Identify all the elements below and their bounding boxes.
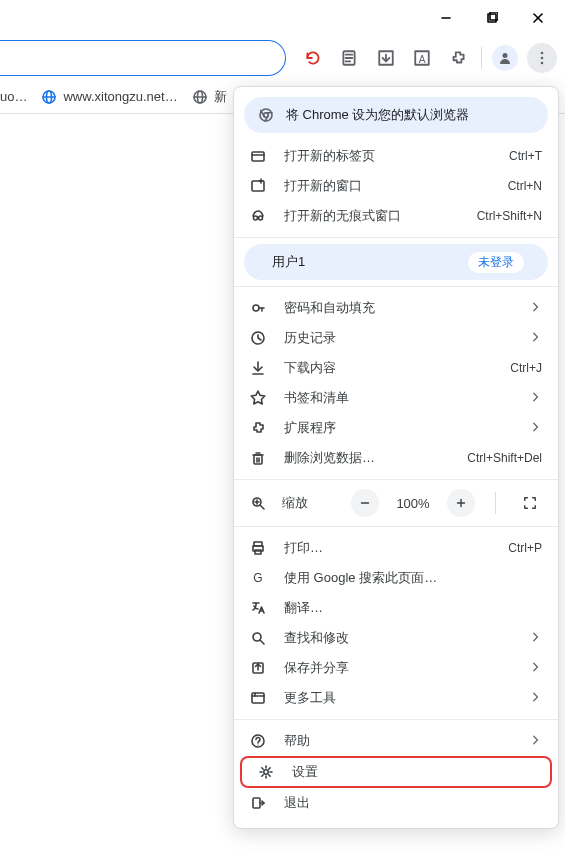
zoom-value: 100% — [393, 496, 433, 511]
menu-item-passwords[interactable]: 密码和自动填充 — [234, 293, 558, 323]
bookmark-item[interactable]: uo… — [0, 89, 27, 104]
reload-button[interactable] — [296, 40, 330, 76]
browser-toolbar — [0, 36, 565, 80]
incognito-icon — [248, 208, 268, 224]
zoom-separator — [495, 492, 496, 514]
chevron-right-icon — [530, 421, 542, 436]
menu-item-new-window[interactable]: 打开新的窗口 Ctrl+N — [234, 171, 558, 201]
history-icon — [248, 330, 268, 346]
default-browser-banner[interactable]: 将 Chrome 设为您的默认浏览器 — [244, 97, 548, 133]
menu-item-history[interactable]: 历史记录 — [234, 323, 558, 353]
menu-item-zoom: 缩放 100% — [234, 486, 558, 520]
window-minimize-button[interactable] — [423, 2, 469, 34]
window-icon — [248, 178, 268, 194]
menu-divider — [234, 237, 558, 238]
menu-item-extensions[interactable]: 扩展程序 — [234, 413, 558, 443]
zoom-icon — [248, 495, 268, 511]
chrome-menu-button[interactable] — [525, 40, 559, 76]
chevron-right-icon — [530, 631, 542, 646]
menu-item-google-search[interactable]: 使用 Google 搜索此页面… — [234, 563, 558, 593]
menu-item-translate[interactable]: 翻译… — [234, 593, 558, 623]
fullscreen-button[interactable] — [516, 489, 544, 517]
menu-item-exit[interactable]: 退出 — [234, 788, 558, 818]
menu-item-downloads[interactable]: 下载内容 Ctrl+J — [234, 353, 558, 383]
extension-icon — [248, 420, 268, 436]
google-icon — [248, 570, 268, 586]
menu-item-print[interactable]: 打印… Ctrl+P — [234, 533, 558, 563]
window-maximize-button[interactable] — [469, 2, 515, 34]
menu-divider — [234, 526, 558, 527]
menu-item-bookmarks[interactable]: 书签和清单 — [234, 383, 558, 413]
reading-list-icon[interactable] — [332, 40, 366, 76]
help-icon — [248, 733, 268, 749]
chrome-main-menu: 将 Chrome 设为您的默认浏览器 打开新的标签页 Ctrl+T 打开新的窗口… — [233, 86, 559, 829]
menu-item-user[interactable]: 用户1 未登录 — [244, 244, 548, 280]
trash-icon — [248, 450, 268, 466]
bookmark-item[interactable]: 新 — [192, 88, 227, 106]
tools-icon — [248, 690, 268, 706]
chevron-right-icon — [530, 331, 542, 346]
chrome-icon — [258, 107, 274, 123]
downloads-icon[interactable] — [368, 40, 402, 76]
print-icon — [248, 540, 268, 556]
menu-divider — [234, 719, 558, 720]
translate-icon — [248, 600, 268, 616]
menu-item-incognito[interactable]: 打开新的无痕式窗口 Ctrl+Shift+N — [234, 201, 558, 231]
search-icon — [248, 630, 268, 646]
extensions-icon[interactable] — [441, 40, 475, 76]
star-icon — [248, 390, 268, 406]
default-browser-label: 将 Chrome 设为您的默认浏览器 — [286, 106, 469, 124]
user-status-pill: 未登录 — [468, 252, 524, 273]
chevron-right-icon — [530, 301, 542, 316]
menu-item-settings[interactable]: 设置 — [242, 758, 550, 786]
share-icon — [248, 660, 268, 676]
download-icon — [248, 360, 268, 376]
globe-icon — [192, 89, 208, 105]
menu-item-new-tab[interactable]: 打开新的标签页 Ctrl+T — [234, 141, 558, 171]
menu-divider — [234, 479, 558, 480]
tab-icon — [248, 148, 268, 164]
menu-item-clear-data[interactable]: 删除浏览数据… Ctrl+Shift+Del — [234, 443, 558, 473]
exit-icon — [248, 795, 268, 811]
gear-icon — [256, 764, 276, 780]
menu-item-more-tools[interactable]: 更多工具 — [234, 683, 558, 713]
window-titlebar — [0, 0, 565, 36]
menu-item-find-edit[interactable]: 查找和修改 — [234, 623, 558, 653]
menu-item-help[interactable]: 帮助 — [234, 726, 558, 756]
translate-toolbar-icon[interactable] — [405, 40, 439, 76]
key-icon — [248, 300, 268, 316]
menu-divider — [234, 286, 558, 287]
menu-item-save-share[interactable]: 保存并分享 — [234, 653, 558, 683]
highlighted-settings: 设置 — [240, 756, 552, 788]
address-bar[interactable] — [0, 40, 286, 76]
window-close-button[interactable] — [515, 2, 561, 34]
chevron-right-icon — [530, 661, 542, 676]
chevron-right-icon — [530, 691, 542, 706]
chevron-right-icon — [530, 734, 542, 749]
bookmark-item[interactable]: www.xitongzu.net… — [41, 89, 177, 105]
globe-icon — [41, 89, 57, 105]
profile-button[interactable] — [488, 40, 522, 76]
chevron-right-icon — [530, 391, 542, 406]
zoom-in-button[interactable] — [447, 489, 475, 517]
zoom-out-button[interactable] — [351, 489, 379, 517]
toolbar-separator — [481, 47, 482, 69]
